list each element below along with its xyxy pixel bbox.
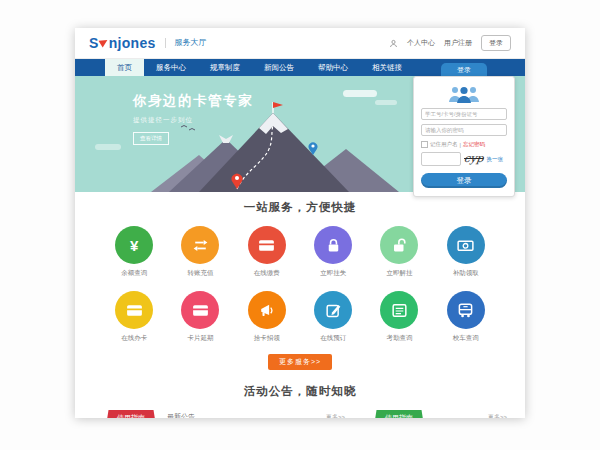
site-page: Snjones 服务大厅 个人中心 用户注册 登录 首页 服务中心 规章制度 新… bbox=[75, 28, 525, 418]
service-subsidy[interactable]: 补助领取 bbox=[433, 226, 499, 278]
remember-row: 记住用户名 | 忘记密码 bbox=[421, 141, 507, 148]
banner-text: 你身边的卡管专家 提供捷径一步到位 查看详情 bbox=[133, 92, 253, 145]
service-report-loss[interactable]: 立即挂失 bbox=[300, 226, 366, 278]
service-balance[interactable]: ¥ 余额查询 bbox=[101, 226, 167, 278]
nav-item-news[interactable]: 新闻公告 bbox=[252, 59, 306, 76]
services-title: 一站服务，方便快捷 bbox=[75, 200, 525, 215]
attendance-list-icon bbox=[380, 291, 418, 329]
username-input[interactable] bbox=[421, 108, 507, 120]
services-section: 一站服务，方便快捷 ¥ 余额查询 转账充值 在线缴费 bbox=[75, 192, 525, 370]
banner-detail-button[interactable]: 查看详情 bbox=[133, 132, 169, 145]
more-link-right[interactable]: 更多>> bbox=[488, 413, 507, 418]
announcements-title: 活动公告，随时知晓 bbox=[75, 384, 525, 399]
portal-name: 服务大厅 bbox=[165, 38, 207, 48]
more-services-button[interactable]: 更多服务>> bbox=[268, 354, 332, 370]
service-lost-found[interactable]: 拾卡招领 bbox=[234, 291, 300, 343]
banner-subtitle: 提供捷径一步到位 bbox=[133, 116, 253, 125]
captcha-input[interactable] bbox=[421, 152, 461, 166]
more-link-left[interactable]: 更多>> bbox=[326, 413, 345, 418]
captcha-image[interactable]: cyp bbox=[463, 153, 484, 165]
captcha-row: cyp 换一张 bbox=[421, 152, 507, 166]
banner-title: 你身边的卡管专家 bbox=[133, 92, 253, 110]
guide-ribbon-red[interactable]: 使用指南 bbox=[106, 410, 156, 418]
card-renew-icon bbox=[181, 291, 219, 329]
nav-item-home[interactable]: 首页 bbox=[105, 59, 144, 76]
password-input[interactable] bbox=[421, 124, 507, 136]
user-icon bbox=[389, 39, 398, 48]
cloud-icon bbox=[343, 90, 377, 97]
service-school-bus[interactable]: 校车查询 bbox=[433, 291, 499, 343]
bus-icon bbox=[447, 291, 485, 329]
logo-arrow-icon bbox=[98, 36, 109, 47]
panel-right-head: 使用指南 更多>> bbox=[361, 408, 507, 418]
captcha-refresh-link[interactable]: 换一张 bbox=[486, 156, 503, 163]
lock-icon bbox=[314, 226, 352, 264]
service-online-booking[interactable]: 在线预订 bbox=[300, 291, 366, 343]
nav-item-help-center[interactable]: 帮助中心 bbox=[306, 59, 360, 76]
nav-item-rules[interactable]: 规章制度 bbox=[198, 59, 252, 76]
announcement-panel-left: 使用指南 最新公告 更多>> bbox=[93, 408, 345, 418]
remember-checkbox[interactable] bbox=[421, 141, 428, 148]
service-unlock[interactable]: 立即解挂 bbox=[366, 226, 432, 278]
announcement-panels: 使用指南 最新公告 更多>> 使用指南 更多>> bbox=[75, 399, 525, 418]
login-panel: 登录 记住用户名 | 忘记密码 cyp 换一张 登录 bbox=[413, 63, 515, 197]
nav-item-links[interactable]: 相关链接 bbox=[360, 59, 414, 76]
login-submit-button[interactable]: 登录 bbox=[421, 173, 507, 188]
personal-center-link[interactable]: 个人中心 bbox=[407, 38, 435, 48]
login-body: 记住用户名 | 忘记密码 cyp 换一张 登录 bbox=[413, 76, 515, 197]
remember-label: 记住用户名 bbox=[430, 141, 458, 148]
top-header: Snjones 服务大厅 个人中心 用户注册 登录 bbox=[75, 28, 525, 59]
banknote-icon bbox=[447, 226, 485, 264]
divider: | bbox=[460, 142, 461, 148]
users-group-icon bbox=[446, 84, 482, 104]
service-attendance[interactable]: 考勤查询 bbox=[366, 291, 432, 343]
service-apply-card[interactable]: 在线办卡 bbox=[101, 291, 167, 343]
announcements-section: 活动公告，随时知晓 使用指南 最新公告 更多>> 使用指南 更多>> bbox=[75, 370, 525, 418]
cloud-icon bbox=[95, 144, 121, 150]
guide-ribbon-green[interactable]: 使用指南 bbox=[374, 410, 424, 418]
service-transfer[interactable]: 转账充值 bbox=[167, 226, 233, 278]
logo-text-suffix: njones bbox=[109, 35, 156, 51]
latest-news-tab[interactable]: 最新公告 bbox=[167, 412, 195, 418]
apply-card-icon bbox=[115, 291, 153, 329]
service-card-renew[interactable]: 卡片延期 bbox=[167, 291, 233, 343]
announcement-panel-right: 使用指南 更多>> bbox=[361, 408, 507, 418]
services-grid: ¥ 余额查询 转账充值 在线缴费 立即挂失 bbox=[75, 215, 525, 343]
header-right: 个人中心 用户注册 登录 bbox=[389, 35, 511, 51]
forgot-password-link[interactable]: 忘记密码 bbox=[463, 141, 485, 148]
unlock-icon bbox=[380, 226, 418, 264]
nav-item-service-center[interactable]: 服务中心 bbox=[144, 59, 198, 76]
service-pay[interactable]: 在线缴费 bbox=[234, 226, 300, 278]
megaphone-icon bbox=[248, 291, 286, 329]
panel-left-head: 使用指南 最新公告 更多>> bbox=[93, 408, 345, 418]
header-login-button[interactable]: 登录 bbox=[481, 35, 511, 51]
user-register-link[interactable]: 用户注册 bbox=[444, 38, 472, 48]
logo-text-prefix: S bbox=[89, 35, 99, 51]
logo[interactable]: Snjones bbox=[89, 35, 156, 51]
transfer-icon bbox=[181, 226, 219, 264]
payment-card-icon bbox=[248, 226, 286, 264]
edit-icon bbox=[314, 291, 352, 329]
yen-icon: ¥ bbox=[115, 226, 153, 264]
login-tab[interactable]: 登录 bbox=[441, 63, 487, 76]
